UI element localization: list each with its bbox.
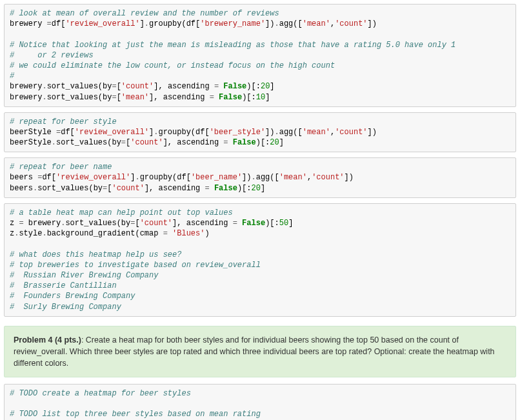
code-token: z: [10, 219, 19, 228]
code-token: =: [233, 219, 237, 228]
code-token: # Russian River Brewing Company: [10, 271, 158, 280]
code-token: False: [223, 82, 246, 91]
code-token: groupby(df[: [140, 173, 191, 182]
code-token: 'brewery_name': [200, 19, 265, 28]
code-token: brewery: [10, 82, 42, 91]
code-token: =: [19, 219, 23, 228]
code-token: [: [135, 219, 139, 228]
code-token: # what does this heatmap help us see?: [10, 250, 181, 259]
code-token: )[:: [242, 93, 256, 102]
code-token: sort_values(by: [47, 93, 112, 102]
code-token: 'review_overall': [75, 128, 149, 137]
code-token: sort_values(by: [65, 219, 130, 228]
code-token: sort_values(by: [56, 138, 121, 147]
code-token: ]): [265, 128, 274, 137]
code-token: 'Blues': [172, 229, 205, 238]
code-token: 'mean': [303, 128, 330, 137]
code-token: ]): [345, 173, 354, 182]
code-token: ]: [288, 219, 293, 228]
code-token: ): [205, 229, 209, 238]
code-token: # or 2 reviews: [10, 51, 94, 60]
code-token: =: [112, 82, 116, 91]
code-token: 'count': [335, 19, 367, 28]
code-token: [228, 138, 233, 147]
code-token: ]): [368, 19, 377, 28]
code-token: 'review_overall': [65, 19, 139, 28]
code-token: .: [42, 229, 46, 238]
code-token: # Brasserie Cantillian: [10, 281, 117, 290]
code-token: )[:: [265, 219, 279, 228]
code-token: beers: [10, 173, 37, 182]
code-cell[interactable]: # a table heat map can help point out to…: [4, 203, 516, 317]
code-token: agg([: [279, 128, 303, 137]
code-token: ]: [261, 184, 265, 193]
code-token: =: [210, 93, 214, 102]
code-token: ]: [279, 138, 284, 147]
code-token: =: [223, 138, 228, 147]
code-token: 20: [270, 138, 279, 147]
code-token: 20: [252, 184, 261, 193]
code-token: # repeat for beer style: [10, 117, 117, 126]
code-token: ]: [140, 19, 145, 28]
code-token: beerStyle: [10, 128, 56, 137]
code-token: beerStyle: [10, 138, 52, 147]
code-token: brewery: [10, 93, 42, 102]
code-token: # repeat for beer name: [10, 163, 112, 172]
code-cell[interactable]: # repeat for beer style beerStyle =df['r…: [4, 112, 516, 153]
code-token: =: [47, 19, 52, 28]
code-token: )[:: [256, 138, 270, 147]
code-token: =: [205, 184, 210, 193]
code-token: # top breweries to investigate based on …: [10, 261, 261, 270]
code-token: groupby(df[: [149, 19, 200, 28]
code-token: 10: [256, 93, 265, 102]
code-token: 'count': [312, 173, 344, 182]
code-token: # TODO list top three beer styles based …: [10, 410, 261, 419]
code-token: [: [117, 93, 121, 102]
code-token: .: [275, 128, 279, 137]
code-token: # Notice that looking at just the mean i…: [10, 41, 455, 50]
code-token: .: [145, 19, 149, 28]
code-token: [: [117, 82, 121, 91]
code-token: 'mean': [279, 173, 307, 182]
code-token: 'mean': [303, 19, 330, 28]
code-token: [168, 229, 172, 238]
code-token: False: [242, 219, 265, 228]
code-token: 'count': [130, 138, 163, 147]
code-token: ]): [242, 173, 251, 182]
code-token: =: [112, 93, 116, 102]
problem-body: : Create a heat map for both beer styles…: [14, 335, 495, 368]
code-token: brewery: [24, 219, 61, 228]
code-token: ], ascending: [163, 138, 224, 147]
code-token: ], ascending: [145, 184, 205, 193]
code-token: False: [219, 93, 242, 102]
code-cell[interactable]: # TODO create a heatmap for beer styles …: [4, 384, 516, 420]
problem-title: Problem 4 (4 pts.): [14, 335, 81, 345]
code-token: ], ascending: [154, 82, 214, 91]
code-token: sort_values(by: [47, 82, 112, 91]
code-token: # a table heat map can help point out to…: [10, 208, 233, 217]
code-token: 'count': [121, 82, 154, 91]
code-token: =: [163, 229, 168, 238]
code-token: ], ascending: [172, 219, 233, 228]
code-token: ]): [368, 128, 377, 137]
code-token: 50: [279, 219, 288, 228]
code-token: df[: [61, 128, 75, 137]
code-token: 'count': [140, 219, 172, 228]
code-token: df[: [42, 173, 56, 182]
code-cell[interactable]: # repeat for beer name beers =df['review…: [4, 157, 516, 198]
code-token: # TODO create a heatmap for beer styles: [10, 389, 191, 398]
code-token: 'count': [112, 184, 144, 193]
code-token: ]: [265, 93, 270, 102]
code-token: False: [233, 138, 256, 147]
code-token: style: [19, 229, 42, 238]
code-token: 'beer_style': [210, 128, 265, 137]
code-token: 20: [261, 82, 270, 91]
code-token: sort_values(by: [37, 184, 103, 193]
code-token: 'review_overall': [56, 173, 130, 182]
code-token: groupby(df[: [158, 128, 209, 137]
code-cell[interactable]: # look at mean of overall review and the…: [4, 4, 516, 107]
code-token: # Founders Brewing Company: [10, 292, 135, 301]
code-token: )[:: [237, 184, 252, 193]
code-token: )[:: [246, 82, 261, 91]
code-token: .: [42, 93, 46, 102]
